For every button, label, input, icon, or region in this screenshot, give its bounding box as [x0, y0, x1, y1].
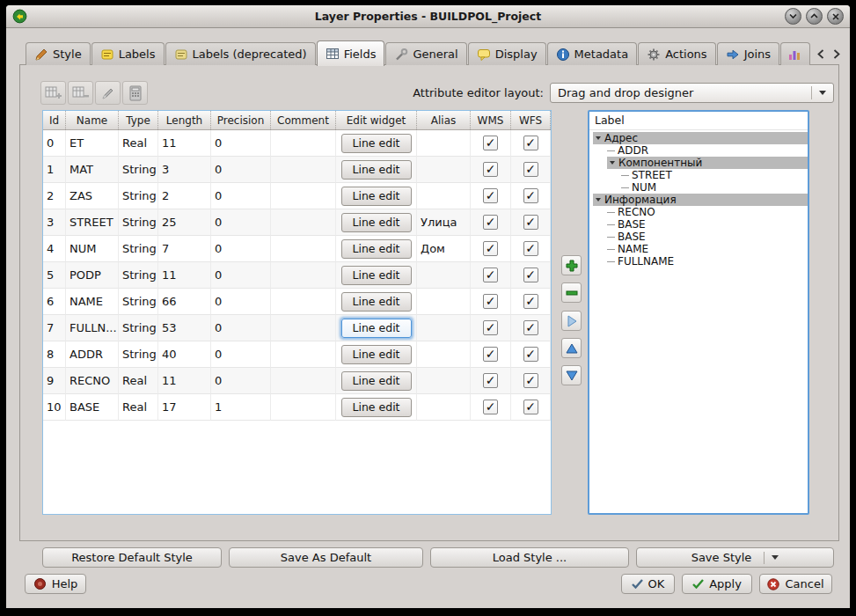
tab-scroll-left-icon[interactable]: [814, 46, 827, 63]
col-header-comment[interactable]: Comment: [271, 111, 336, 129]
col-header-wms[interactable]: WMS: [471, 111, 511, 129]
new-field-button[interactable]: [40, 81, 66, 105]
tab-labels-deprecated[interactable]: Labels (deprecated): [165, 42, 316, 65]
move-down-button[interactable]: [561, 365, 582, 385]
tree-item[interactable]: BASE: [607, 218, 808, 231]
col-header-wfs[interactable]: WFS: [511, 111, 551, 129]
tree-item[interactable]: Адрес: [593, 132, 808, 144]
wms-checkbox[interactable]: [483, 268, 498, 282]
wms-checkbox[interactable]: [483, 347, 498, 362]
help-button[interactable]: Help: [25, 574, 86, 594]
edit-widget-button[interactable]: Line edit: [341, 319, 412, 338]
wfs-checkbox[interactable]: [523, 162, 538, 177]
tab-display[interactable]: Display: [468, 42, 546, 65]
wfs-checkbox[interactable]: [523, 188, 538, 203]
wfs-checkbox[interactable]: [523, 136, 538, 150]
edit-widget-button[interactable]: Line edit: [341, 134, 412, 153]
tree-item[interactable]: NUM: [621, 181, 808, 194]
maximize-button[interactable]: [806, 8, 823, 25]
wfs-checkbox[interactable]: [523, 320, 538, 335]
move-right-button[interactable]: [561, 311, 582, 331]
delete-field-button[interactable]: [68, 81, 93, 105]
edit-widget-button[interactable]: Line edit: [341, 345, 412, 364]
tab-metadata[interactable]: Metadata: [547, 42, 638, 65]
edit-widget-button[interactable]: Line edit: [341, 213, 412, 232]
wms-checkbox[interactable]: [483, 136, 498, 150]
tree-item[interactable]: BASE: [607, 231, 808, 243]
close-button[interactable]: [827, 8, 844, 25]
remove-item-button[interactable]: [561, 282, 582, 303]
save-as-default-button[interactable]: Save As Default: [229, 547, 423, 568]
table-row[interactable]: 4 NUM String 7 0 Line edit Дом: [43, 236, 551, 262]
edit-widget-button[interactable]: Line edit: [341, 239, 412, 259]
edit-widget-button[interactable]: Line edit: [341, 266, 412, 285]
edit-widget-button[interactable]: Line edit: [341, 292, 412, 312]
tree-column-header[interactable]: Label: [589, 112, 808, 130]
table-row[interactable]: 6 NAME String 66 0 Line edit: [43, 289, 551, 315]
save-style-button[interactable]: Save Style: [636, 547, 834, 568]
col-header-alias[interactable]: Alias: [417, 111, 471, 129]
tab-actions[interactable]: Actions: [638, 42, 716, 65]
wms-checkbox[interactable]: [483, 294, 498, 309]
table-row[interactable]: 8 ADDR String 40 0 Line edit: [43, 341, 551, 368]
tab-general[interactable]: General: [385, 42, 466, 65]
tab-joins[interactable]: Joins: [717, 42, 779, 65]
collapse-caret-icon[interactable]: [596, 198, 601, 202]
col-header-id[interactable]: Id: [43, 111, 66, 129]
ok-button[interactable]: OK: [621, 574, 675, 594]
wms-checkbox[interactable]: [483, 400, 498, 414]
wfs-checkbox[interactable]: [523, 268, 538, 282]
table-row[interactable]: 2 ZAS String 2 0 Line edit: [43, 183, 551, 209]
tab-style[interactable]: Style: [26, 42, 91, 65]
wfs-checkbox[interactable]: [523, 241, 538, 256]
table-row[interactable]: 7 FULLN... String 53 0 Line edit: [43, 315, 551, 341]
wfs-checkbox[interactable]: [523, 215, 538, 230]
save-style-dropdown-icon[interactable]: [764, 552, 779, 564]
tab-labels[interactable]: Labels: [91, 42, 165, 65]
table-row[interactable]: 10 BASE Real 17 1 Line edit: [43, 394, 551, 421]
col-header-precision[interactable]: Precision: [211, 111, 271, 129]
tree-item[interactable]: FULLNAME: [607, 255, 808, 268]
table-row[interactable]: 0 ET Real 11 0 Line edit: [43, 130, 551, 157]
wms-checkbox[interactable]: [483, 241, 498, 256]
tree-item[interactable]: NAME: [607, 243, 808, 255]
collapse-caret-icon[interactable]: [610, 161, 615, 165]
move-up-button[interactable]: [561, 338, 582, 358]
tree-item[interactable]: ADDR: [607, 144, 808, 157]
table-row[interactable]: 5 PODP String 11 0 Line edit: [43, 262, 551, 289]
wms-checkbox[interactable]: [483, 162, 498, 177]
col-header-type[interactable]: Type: [119, 111, 158, 129]
field-calculator-button[interactable]: [122, 81, 148, 105]
wfs-checkbox[interactable]: [523, 373, 538, 388]
tab-diagrams-partial[interactable]: [780, 42, 810, 65]
toggle-editing-button[interactable]: [95, 81, 121, 105]
attribute-editor-layout-select[interactable]: Drag and drop designer: [550, 83, 834, 103]
table-row[interactable]: 9 RECNO Real 11 0 Line edit: [43, 368, 551, 394]
tab-scroll-right-icon[interactable]: [830, 46, 843, 63]
tree-item[interactable]: Информация: [593, 194, 808, 206]
col-header-edit-widget[interactable]: Edit widget: [336, 111, 417, 129]
cancel-button[interactable]: Cancel: [759, 574, 832, 594]
table-row[interactable]: 3 STREET String 25 0 Line edit Улица: [43, 209, 551, 236]
edit-widget-button[interactable]: Line edit: [341, 160, 412, 180]
tab-fields[interactable]: Fields: [317, 40, 385, 66]
collapse-caret-icon[interactable]: [596, 136, 601, 140]
apply-button[interactable]: Apply: [682, 574, 752, 594]
col-header-name[interactable]: Name: [66, 111, 119, 129]
wms-checkbox[interactable]: [483, 373, 498, 388]
edit-widget-button[interactable]: Line edit: [341, 187, 412, 206]
wms-checkbox[interactable]: [483, 215, 498, 230]
col-header-length[interactable]: Length: [158, 111, 211, 129]
edit-widget-button[interactable]: Line edit: [341, 398, 412, 417]
edit-widget-button[interactable]: Line edit: [341, 371, 412, 391]
add-container-button[interactable]: [561, 255, 582, 275]
load-style-button[interactable]: Load Style ...: [430, 547, 629, 568]
titlebar[interactable]: Layer Properties - BUILDPOL_Project: [6, 5, 850, 28]
table-row[interactable]: 1 MAT String 3 0 Line edit: [43, 157, 551, 183]
restore-default-style-button[interactable]: Restore Default Style: [42, 547, 222, 568]
tree-item[interactable]: STREET: [621, 169, 808, 181]
wfs-checkbox[interactable]: [523, 347, 538, 362]
wfs-checkbox[interactable]: [523, 400, 538, 414]
minimize-button[interactable]: [785, 8, 801, 25]
tree-item[interactable]: Компонентный: [607, 157, 808, 169]
